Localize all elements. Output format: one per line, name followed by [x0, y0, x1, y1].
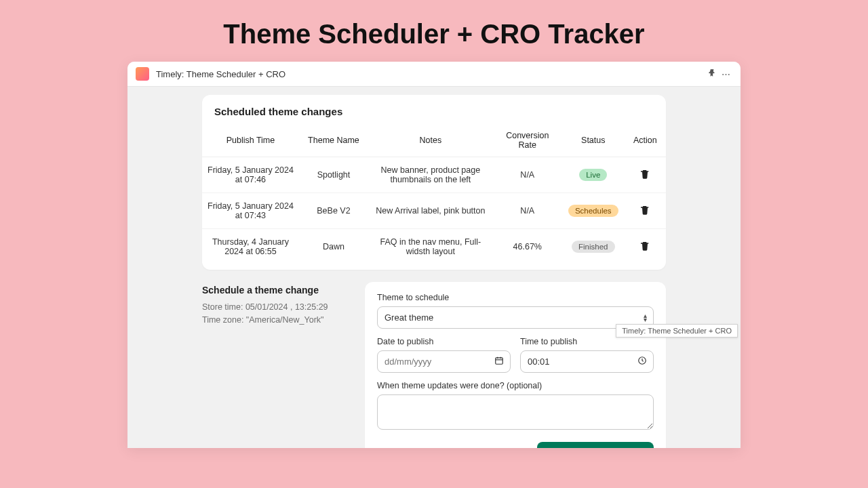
time-input-label: Time to publish — [520, 337, 654, 346]
app-window: Timely: Theme Scheduler + CRO ⋯ Schedule… — [127, 62, 741, 448]
app-icon — [136, 67, 149, 81]
date-input[interactable] — [377, 350, 511, 373]
cell-notes: New banner, product page thumbnails on t… — [368, 157, 493, 193]
cell-status: Finished — [562, 229, 625, 265]
time-zone-label: Time zone: "America/New_York" — [202, 314, 351, 327]
trash-icon[interactable] — [639, 241, 650, 251]
cell-notes: FAQ in the nav menu, Full-widsth layout — [368, 229, 493, 265]
cell-action — [625, 229, 666, 265]
cell-status: Live — [562, 157, 625, 193]
cell-conversion-rate: N/A — [493, 157, 562, 193]
scheduled-changes-table: Publish Time Theme Name Notes Conversion… — [202, 124, 666, 264]
more-icon[interactable]: ⋯ — [719, 69, 732, 79]
trash-icon[interactable] — [639, 169, 650, 180]
cell-action — [625, 193, 666, 229]
schedule-form-card: Theme to schedule Great theme ▴▾ Date to… — [365, 282, 666, 448]
col-publish-time: Publish Time — [202, 124, 299, 157]
cell-theme-name: Spotlight — [299, 157, 368, 193]
notes-textarea[interactable] — [377, 394, 654, 430]
theme-select[interactable]: Great theme — [377, 306, 654, 329]
col-notes: Notes — [368, 124, 493, 157]
time-input[interactable] — [520, 350, 654, 373]
theme-select-label: Theme to schedule — [377, 293, 654, 302]
tooltip: Timely: Theme Scheduler + CRO — [616, 324, 738, 338]
schedule-info: Schedule a theme change Store time: 05/0… — [202, 282, 351, 327]
status-badge: Schedules — [568, 205, 618, 217]
trash-icon[interactable] — [639, 205, 650, 216]
col-conversion-rate: Conversion Rate — [493, 124, 562, 157]
col-status: Status — [562, 124, 625, 157]
cell-conversion-rate: 46.67% — [493, 229, 562, 265]
cell-publish-time: Friday, 5 January 2024 at 07:46 — [202, 157, 299, 193]
col-action: Action — [625, 124, 666, 157]
cell-theme-name: BeBe V2 — [299, 193, 368, 229]
schedule-info-heading: Schedule a theme change — [202, 285, 351, 296]
content-scroll[interactable]: Scheduled theme changes Publish Time The… — [127, 87, 741, 448]
scheduled-changes-title: Scheduled theme changes — [202, 106, 666, 124]
cell-notes: New Arrival label, pink button — [368, 193, 493, 229]
table-row: Thursday, 4 January 2024 at 06:55DawnFAQ… — [202, 229, 666, 265]
scheduled-changes-card: Scheduled theme changes Publish Time The… — [202, 95, 666, 270]
status-badge: Finished — [572, 241, 614, 253]
page-title: Theme Scheduler + CRO Tracker — [0, 0, 868, 62]
cell-conversion-rate: N/A — [493, 193, 562, 229]
store-time-label: Store time: 05/01/2024 , 13:25:29 — [202, 301, 351, 314]
table-row: Friday, 5 January 2024 at 07:46Spotlight… — [202, 157, 666, 193]
cell-theme-name: Dawn — [299, 229, 368, 265]
app-name-label: Timely: Theme Scheduler + CRO — [156, 69, 285, 79]
notes-textarea-label: When theme updates were done? (optional) — [377, 381, 654, 390]
col-theme-name: Theme Name — [299, 124, 368, 157]
cell-action — [625, 157, 666, 193]
cell-status: Schedules — [562, 193, 625, 229]
pin-icon[interactable] — [705, 68, 719, 80]
titlebar: Timely: Theme Scheduler + CRO ⋯ — [127, 62, 741, 87]
cell-publish-time: Thursday, 4 January 2024 at 06:55 — [202, 229, 299, 265]
cell-publish-time: Friday, 5 January 2024 at 07:43 — [202, 193, 299, 229]
schedule-submit-button[interactable]: Schedule theme change — [537, 442, 654, 448]
status-badge: Live — [579, 169, 607, 181]
date-input-label: Date to publish — [377, 337, 511, 346]
table-row: Friday, 5 January 2024 at 07:43BeBe V2Ne… — [202, 193, 666, 229]
